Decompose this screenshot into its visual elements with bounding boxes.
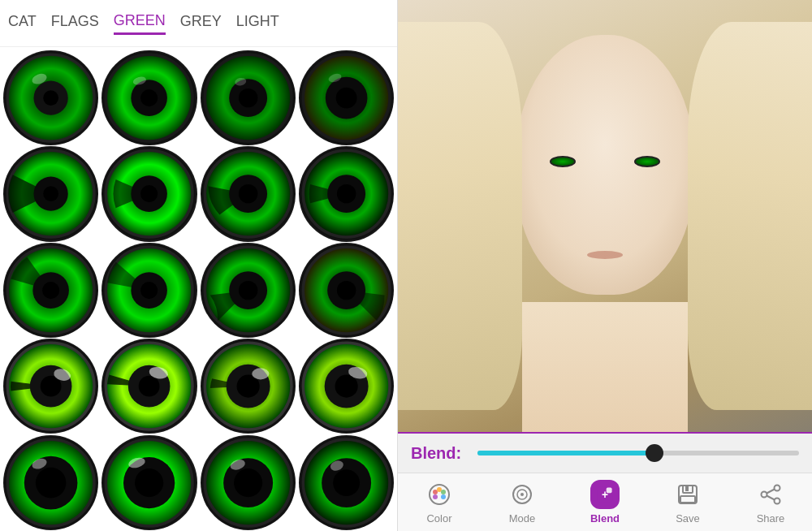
svg-line-112 [767,490,775,494]
toolbar-share[interactable]: Share [743,477,798,528]
eye-option-9[interactable] [3,243,98,338]
left-panel: CAT FLAGS GREEN GREY LIGHT [0,0,398,531]
svg-point-61 [139,376,160,397]
eye-option-5[interactable] [3,146,98,241]
svg-point-52 [337,281,356,300]
svg-point-32 [238,184,257,203]
svg-point-36 [337,184,356,203]
svg-point-3 [43,90,58,106]
svg-point-67 [252,369,269,380]
svg-rect-108 [680,496,695,503]
svg-point-96 [441,490,446,494]
toolbar-color-label: Color [426,512,451,525]
toolbar-blend[interactable]: + Blend [577,477,633,528]
eye-option-17[interactable] [3,435,98,530]
svg-point-101 [520,493,524,496]
svg-point-24 [43,187,58,202]
eye-option-14[interactable] [102,339,197,434]
tab-light[interactable]: LIGHT [236,13,279,33]
blend-slider[interactable] [477,451,799,455]
svg-line-113 [767,496,775,500]
svg-rect-104 [607,487,612,493]
eye-option-8[interactable] [299,146,394,241]
toolbar-save[interactable]: Save [660,477,715,528]
tab-cat[interactable]: CAT [8,13,37,33]
eye-option-13[interactable] [3,339,98,434]
eye-option-11[interactable] [201,243,296,338]
eye-option-12[interactable] [299,243,394,338]
svg-point-14 [238,88,257,107]
svg-point-71 [335,375,357,398]
eye-option-7[interactable] [201,146,296,241]
eye-option-2[interactable] [102,50,197,145]
eye-option-18[interactable] [102,435,197,530]
svg-point-19 [335,88,356,109]
svg-rect-107 [685,486,689,491]
right-panel: Blend: [398,0,812,531]
toolbar-color[interactable]: Color [412,477,467,528]
svg-point-28 [140,185,158,202]
blend-fill [477,451,654,455]
toolbar-blend-label: Blend [590,512,620,525]
eye-option-1[interactable] [3,50,98,145]
svg-point-98 [433,494,438,499]
svg-point-94 [433,490,438,494]
toolbar-save-label: Save [676,512,700,525]
photo-area [398,0,812,432]
svg-point-81 [135,468,163,497]
svg-point-110 [761,492,767,498]
svg-point-48 [238,281,257,300]
eye-option-6[interactable] [102,146,197,241]
bottom-toolbar: Color Mode + [398,473,812,531]
svg-point-91 [333,469,360,496]
svg-point-95 [437,487,442,492]
eye-option-20[interactable] [299,435,394,530]
toolbar-share-label: Share [757,512,785,525]
svg-point-97 [441,494,446,499]
tabs-row: CAT FLAGS GREEN GREY LIGHT [0,0,397,47]
toolbar-mode[interactable]: Mode [495,477,550,528]
blend-bar: Blend: [398,432,812,473]
eye-option-4[interactable] [299,50,394,145]
tab-green[interactable]: GREEN [114,12,166,35]
eye-option-16[interactable] [299,339,394,434]
blend-icon: + [590,480,620,509]
save-icon [673,480,702,509]
tab-flags[interactable]: FLAGS [51,13,99,33]
share-icon [756,480,785,509]
mode-icon [508,480,537,509]
eye-option-3[interactable] [201,50,296,145]
svg-point-86 [234,468,262,497]
eyes-grid [0,47,397,531]
main-container: CAT FLAGS GREEN GREY LIGHT [0,0,812,531]
palette-icon [425,480,454,509]
svg-point-9 [140,89,158,106]
toolbar-mode-label: Mode [509,512,536,525]
eye-option-19[interactable] [201,435,296,530]
blend-label: Blend: [411,444,468,463]
svg-point-109 [774,486,780,491]
blend-thumb [646,444,663,462]
svg-point-40 [42,282,59,299]
eye-option-15[interactable] [201,339,296,434]
tab-grey[interactable]: GREY [180,13,222,33]
svg-point-76 [36,467,67,498]
svg-point-111 [774,499,780,504]
svg-point-44 [140,282,158,299]
blend-track [477,451,799,455]
eye-option-10[interactable] [102,243,197,338]
